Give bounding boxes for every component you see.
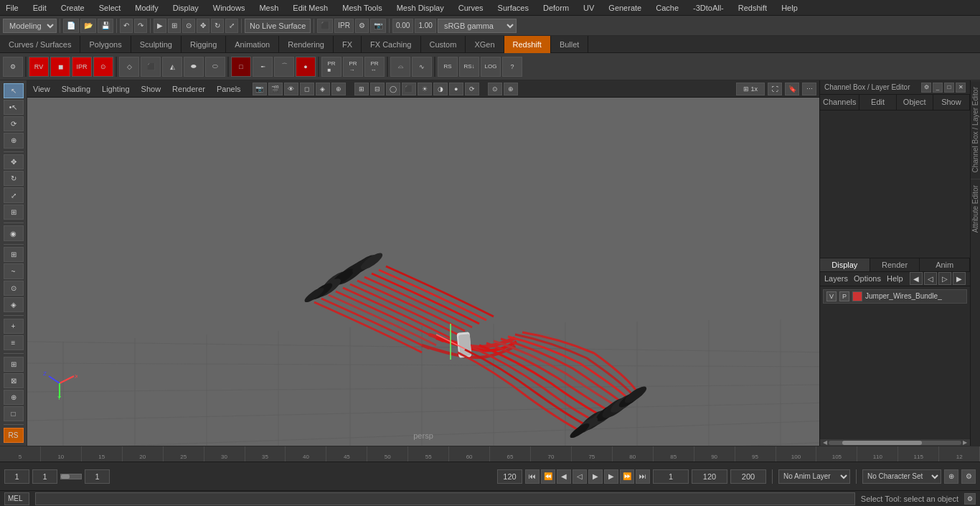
tab-redshift[interactable]: Redshift [504,36,551,53]
shelf-icon-13[interactable]: ● [296,57,316,77]
next-frame-button[interactable]: ▶ [604,469,618,484]
shelf-rs-icon-4[interactable]: ⊙ [93,57,113,77]
lasso-tool-button[interactable]: ⊞ [168,19,181,33]
play-back-button[interactable]: ◁ [573,469,587,484]
menu-create[interactable]: Create [58,2,88,14]
paint-tool-button[interactable]: ⊙ [182,19,195,33]
shelf-pr-icon-1[interactable]: PR■ [321,57,341,77]
tab-rendering[interactable]: Rendering [279,36,334,53]
menu-cache[interactable]: Cache [653,2,682,14]
layer-item-0[interactable]: V P Jumper_Wires_Bundle_ [823,289,967,304]
menu-uv[interactable]: UV [580,2,597,14]
current-frame-display[interactable] [653,469,689,484]
vp-menu-panels[interactable]: Panels [214,83,244,95]
menu-select[interactable]: Select [96,2,124,14]
char-set-key-btn[interactable]: ⊕ [944,469,958,484]
shelf-icon-help[interactable]: ? [502,57,522,77]
snap-curve-button[interactable]: ~ [4,263,24,278]
tab-render[interactable]: Render [870,258,920,271]
move-tool-button[interactable]: ✥ [197,19,209,33]
layer-vis-toggle-0[interactable]: V [826,291,837,301]
tab-bullet[interactable]: Bullet [551,36,589,53]
tab-animation[interactable]: Animation [226,36,279,53]
vp-menu-renderer[interactable]: Renderer [169,83,208,95]
shelf-pr-icon-3[interactable]: PR↔ [364,57,385,77]
layer-arrow-left2[interactable]: ◁ [924,272,937,285]
vp-sel-btn[interactable]: ◻ [300,83,314,95]
menu-edit[interactable]: Edit [30,2,50,14]
open-scene-button[interactable]: 📂 [80,19,96,33]
panel-maximize-btn[interactable]: □ [944,83,954,93]
go-to-start-button[interactable]: ⏮ [525,469,540,484]
save-scene-button[interactable]: 💾 [98,19,113,33]
universal-manip-button[interactable]: ⊞ [4,205,24,220]
vp-shadow-btn[interactable]: ◑ [433,83,448,95]
tab-curves-surfaces[interactable]: Curves / Surfaces [0,36,80,53]
tab-show[interactable]: Show [933,95,970,110]
menu-edit-mesh[interactable]: Edit Mesh [290,2,331,14]
shelf-settings-icon[interactable]: ⚙ [3,57,23,77]
tab-polygons[interactable]: Polygons [80,36,131,53]
custom-btn-2[interactable]: ⊠ [4,373,24,388]
char-set-settings-btn[interactable]: ⚙ [961,469,976,484]
shelf-icon-5[interactable]: ◇ [119,57,139,77]
vp-more-btn[interactable]: ⋯ [802,83,816,95]
scrollbar-track[interactable] [829,441,961,445]
shelf-icon-12[interactable]: ⌒ [274,57,294,77]
snap-surface-button[interactable]: ◈ [4,297,24,312]
render-button[interactable]: ⬛ [317,19,333,33]
redshift-icon-button[interactable]: RS [4,428,24,443]
vp-isolate-btn[interactable]: ⊙ [488,83,502,95]
status-settings-btn[interactable]: ⚙ [964,493,976,505]
menu-deform[interactable]: Deform [540,2,572,14]
rotate-button[interactable]: ↻ [4,171,24,186]
shelf-pr-icon-2[interactable]: PR→ [343,57,363,77]
shelf-rs-icon-1[interactable]: RV [29,57,49,77]
tab-xgen[interactable]: XGen [466,36,504,53]
tab-rigging[interactable]: Rigging [182,36,226,53]
lasso-mode-button[interactable]: ⟳ [4,116,24,131]
shelf-icon-11[interactable]: ╾ [253,57,273,77]
live-surface-button[interactable]: No Live Surface [245,19,311,33]
step-back-button[interactable]: ⏪ [541,469,555,484]
vp-smooth-btn[interactable]: ◯ [386,83,400,95]
show-manipulator-button[interactable]: + [4,319,24,334]
vp-light-btn[interactable]: ☀ [418,83,432,95]
axis-button[interactable]: ⊕ [4,390,24,405]
max-frame-input[interactable] [730,469,766,484]
panel-minimize-btn[interactable]: _ [933,83,943,93]
frame-start-input[interactable] [4,469,29,484]
shelf-icon-wave[interactable]: ∿ [412,57,432,77]
select-mode-button[interactable]: ↖ [4,83,24,98]
redo-button[interactable]: ↷ [134,19,147,33]
render-settings-button[interactable]: ⚙ [355,19,369,33]
menu-display[interactable]: Display [170,2,202,14]
menu-file[interactable]: File [3,2,22,14]
menu-redshift[interactable]: Redshift [735,2,770,14]
render-cam-button[interactable]: 📷 [370,19,386,33]
select-tool-button[interactable]: ▶ [154,19,166,33]
layer-color-swatch-0[interactable] [852,291,862,301]
tab-anim[interactable]: Anim [920,258,970,271]
panel-settings-btn[interactable]: ⚙ [921,83,931,93]
current-frame-input-1[interactable] [32,469,57,484]
menu-mesh-display[interactable]: Mesh Display [394,2,447,14]
shelf-icon-rs1[interactable]: RS [438,57,458,77]
vp-menu-shading[interactable]: Shading [59,83,93,95]
move-button[interactable]: ✥ [4,154,24,169]
snap-grid-button[interactable]: ⊞ [4,247,24,262]
go-to-end-button[interactable]: ⏭ [636,469,650,484]
scroll-right-arrow[interactable]: ▶ [961,439,969,446]
menu-help[interactable]: Help [778,2,801,14]
char-set-selector[interactable]: No Character Set [862,469,941,484]
tab-sculpting[interactable]: Sculpting [131,36,182,53]
shelf-icon-7[interactable]: ◭ [162,57,182,77]
step-forward-button[interactable]: ⏩ [620,469,634,484]
tab-channels[interactable]: Channels [820,95,859,110]
tab-edit[interactable]: Edit [859,95,896,110]
vertex-mode-button[interactable]: •↖ [4,100,24,115]
vp-eye-btn[interactable]: 👁 [284,83,298,95]
layers-menu[interactable]: Layers [824,274,848,283]
vp-xray-btn[interactable]: ⊕ [504,83,518,95]
vp-grid-toggle[interactable]: ⊞ [354,83,369,95]
